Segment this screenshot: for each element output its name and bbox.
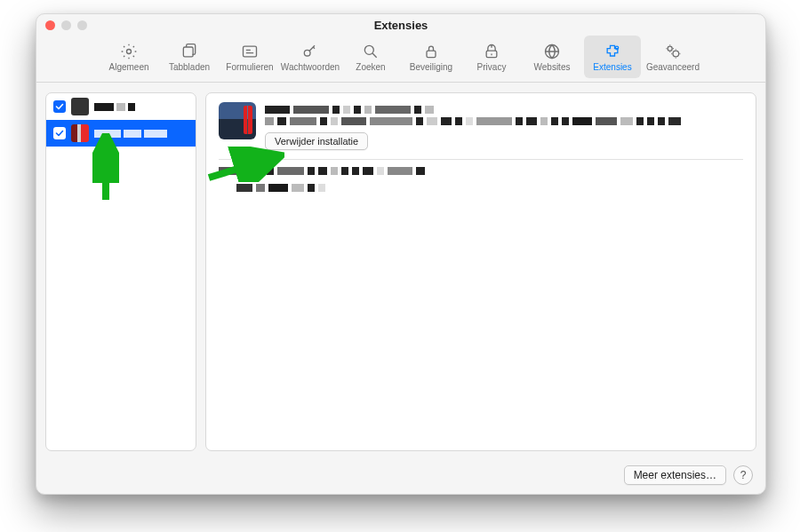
divider	[219, 159, 743, 160]
redacted-text	[94, 130, 188, 138]
tab-wachtwoorden[interactable]: Wachtwoorden	[282, 36, 339, 78]
tab-websites[interactable]: Websites	[524, 36, 580, 78]
titlebar: Extensies	[36, 14, 765, 36]
algemeen-icon	[120, 43, 138, 60]
extension-row-selected[interactable]	[46, 120, 196, 147]
tab-zoeken[interactable]: Zoeken	[342, 36, 399, 78]
beveiliging-icon	[422, 43, 440, 60]
tabbladen-icon	[180, 43, 198, 60]
extension-large-icon	[219, 102, 256, 139]
extensies-icon	[604, 43, 621, 60]
window-title: Extensies	[36, 19, 765, 32]
geavanceerd-icon	[664, 43, 682, 60]
svg-point-0	[127, 49, 132, 53]
svg-point-10	[673, 51, 679, 57]
redacted-permissions	[219, 167, 743, 175]
extension-row[interactable]	[46, 93, 196, 120]
tab-label: Websites	[534, 62, 571, 72]
extension-detail-panel: Verwijder installatie	[205, 92, 756, 451]
tab-label: Beveiliging	[410, 62, 452, 72]
websites-icon	[543, 43, 561, 60]
tab-label: Zoeken	[356, 62, 385, 72]
preferences-window: Extensies AlgemeenTabbladenFormulierenWa…	[36, 13, 766, 495]
tab-label: Wachtwoorden	[281, 62, 340, 72]
svg-rect-2	[244, 46, 257, 57]
content-area: Verwijder installatie	[45, 92, 756, 451]
wachtwoorden-icon	[301, 43, 319, 60]
extension-icon	[71, 124, 89, 142]
uninstall-button[interactable]: Verwijder installatie	[265, 132, 368, 150]
svg-point-3	[304, 50, 310, 56]
extensions-sidebar	[45, 92, 196, 451]
formulieren-icon	[241, 43, 259, 60]
tab-extensies[interactable]: Extensies	[584, 36, 641, 78]
zoeken-icon	[362, 43, 380, 60]
tab-label: Privacy	[477, 62, 507, 72]
extension-enabled-checkbox[interactable]	[53, 127, 66, 139]
svg-point-9	[668, 46, 672, 51]
svg-point-8	[615, 46, 618, 49]
privacy-icon	[483, 43, 500, 60]
tab-label: Algemeen	[108, 62, 148, 72]
tab-beveiliging[interactable]: Beveiliging	[403, 36, 460, 78]
tab-label: Geavanceerd	[646, 62, 700, 72]
redacted-text	[94, 103, 188, 111]
extension-icon	[71, 98, 89, 115]
tab-algemeen[interactable]: Algemeen	[100, 36, 157, 78]
footer: Meer extensies… ?	[624, 465, 753, 485]
tab-tabbladen[interactable]: Tabbladen	[161, 36, 218, 78]
tab-privacy[interactable]: Privacy	[463, 36, 520, 78]
help-button[interactable]: ?	[733, 465, 753, 485]
redacted-subtitle	[265, 117, 743, 125]
svg-point-4	[364, 45, 373, 54]
tab-geavanceerd[interactable]: Geavanceerd	[644, 36, 701, 78]
preferences-toolbar: AlgemeenTabbladenFormulierenWachtwoorden…	[36, 36, 765, 83]
svg-rect-5	[427, 51, 436, 57]
redacted-permissions-sub	[236, 184, 743, 192]
svg-rect-1	[183, 47, 193, 57]
tab-label: Tabbladen	[169, 62, 210, 72]
tab-label: Formulieren	[226, 62, 273, 72]
tab-formulieren[interactable]: Formulieren	[221, 36, 278, 78]
more-extensions-button[interactable]: Meer extensies…	[624, 465, 726, 485]
tab-label: Extensies	[593, 62, 631, 72]
redacted-title	[265, 106, 743, 114]
extension-enabled-checkbox[interactable]	[53, 100, 66, 113]
